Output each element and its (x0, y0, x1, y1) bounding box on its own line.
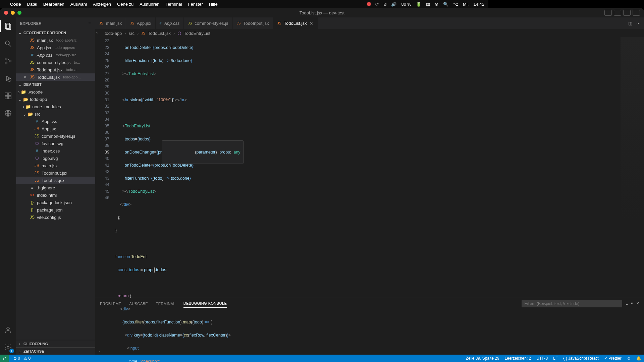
symbol-icon: ⬡ (177, 31, 181, 36)
tray-icon[interactable]: ▦ (426, 2, 430, 7)
file-item[interactable]: {}package.json (16, 206, 95, 214)
menu-help[interactable]: Hilfe (209, 2, 218, 7)
folder-vscode[interactable]: ›📁.vscode (16, 88, 95, 96)
breadcrumb-folder[interactable]: src (129, 31, 135, 36)
battery-icon[interactable]: 🔋 (416, 2, 421, 7)
folder-label: todo-app (30, 97, 47, 102)
file-name: TodoList.jsx (37, 75, 60, 80)
close-editor-icon[interactable]: ✕ (23, 75, 28, 79)
file-item[interactable]: ⬡favicon.svg (16, 140, 95, 147)
svg-rect-12 (8, 93, 11, 96)
sidebar-more-icon[interactable]: ⋯ (88, 21, 92, 25)
editor-area: JSmain.jsxJSApp.jsx#App.cssJScommon-styl… (95, 17, 488, 274)
activity-remote[interactable] (0, 106, 16, 121)
open-editors-header[interactable]: ⌄ GEÖFFNETE EDITOREN (16, 29, 95, 37)
control-center-icon[interactable]: ⌥ (453, 2, 458, 7)
tab-label: main.jsx (106, 21, 122, 26)
day[interactable]: Mi. (463, 2, 469, 7)
file-item[interactable]: #App.css (16, 118, 95, 125)
file-item[interactable]: {}package-lock.json (16, 199, 95, 206)
file-icon: # (34, 119, 40, 124)
open-editor-item[interactable]: #App.csstodo-app/src (16, 51, 95, 59)
open-editors-label: GEÖFFNETE EDITOREN (23, 31, 66, 35)
editor-tab[interactable]: JSmain.jsx (95, 17, 126, 29)
file-item[interactable]: JSTodoInput.jsx (16, 169, 95, 177)
close-tab-icon[interactable]: ✕ (309, 21, 313, 26)
open-editor-item[interactable]: JSApp.jsxtodo-app/src (16, 44, 95, 51)
breadcrumb-symbol[interactable]: TodoEntryList (184, 31, 210, 36)
window-close-button[interactable] (4, 11, 8, 15)
app-name[interactable]: Code (10, 2, 21, 7)
window-minimize-button[interactable] (11, 11, 15, 15)
search-icon[interactable]: 🔍 (443, 2, 448, 7)
project-header[interactable]: ⌄ DEV-TEST (16, 81, 95, 88)
code-editor[interactable]: 2223242526272829303132333435363738394041… (95, 37, 488, 274)
file-icon: <> (30, 193, 35, 197)
breadcrumb[interactable]: todo-app› src› JSTodoList.jsx› ⬡TodoEntr… (95, 29, 488, 37)
menu-selection[interactable]: Auswahl (70, 2, 87, 7)
file-item[interactable]: JSmain.jsx (16, 162, 95, 169)
editor-tab[interactable]: JSApp.jsx (126, 17, 155, 29)
sync-icon[interactable]: ⟳ (375, 2, 379, 7)
open-editor-item[interactable]: JSmain.jsxtodo-app/src (16, 37, 95, 44)
folder-nodemodules[interactable]: ›📁node_modules (16, 103, 95, 110)
svg-rect-9 (5, 93, 8, 96)
activity-debug[interactable] (0, 71, 16, 86)
editor-tab[interactable]: #App.css (156, 17, 184, 29)
activity-scm[interactable] (0, 54, 16, 68)
volume-icon[interactable]: 🔊 (391, 2, 396, 7)
activity-extensions[interactable] (0, 88, 16, 103)
window-zoom-button[interactable] (17, 11, 21, 15)
open-editor-item[interactable]: JSTodoInput.jsxtodo-a... (16, 66, 95, 73)
breadcrumb-toggle-icon[interactable]: › (95, 32, 100, 34)
file-icon: JS (277, 21, 281, 25)
file-item[interactable]: JSApp.jsx (16, 125, 95, 132)
editor-tab[interactable]: JSTodoList.jsx✕ (273, 17, 318, 29)
display-icon[interactable]: ⎚ (384, 2, 386, 7)
file-name: App.css (42, 119, 57, 124)
file-path: todo-a... (66, 68, 79, 72)
file-item[interactable]: ≡.hgignore (16, 184, 95, 191)
menu-edit[interactable]: Bearbeiten (43, 2, 64, 7)
file-item[interactable]: ⬡logo.svg (16, 155, 95, 162)
chevron-down-icon: ⌄ (23, 112, 26, 117)
folder-src[interactable]: ⌄📂src (16, 110, 95, 118)
menu-run[interactable]: Ausführen (140, 2, 159, 7)
editor-tab[interactable]: JSTodoInput.jsx (233, 17, 273, 29)
folder-todoapp[interactable]: ⌄📂todo-app (16, 96, 95, 103)
file-item[interactable]: JSvite.config.js (16, 214, 95, 221)
file-name: logo.svg (42, 156, 58, 161)
menu-window[interactable]: Fenster (188, 2, 203, 7)
activity-explorer[interactable] (0, 19, 16, 34)
file-name: TodoList.jsx (42, 178, 64, 183)
file-name: favicon.svg (42, 141, 63, 146)
breadcrumb-folder[interactable]: todo-app (105, 31, 122, 36)
file-item[interactable]: JScommon-styles.js (16, 132, 95, 140)
menu-terminal[interactable]: Terminal (166, 2, 182, 7)
open-editor-item[interactable]: JScommon-styles.jsto... (16, 59, 95, 66)
hover-tooltip: (parameter) props: any (162, 140, 244, 164)
open-editor-item[interactable]: ✕JSTodoList.jsxtodo-app... (16, 73, 95, 81)
file-item[interactable]: JSTodoList.jsx (16, 177, 95, 184)
file-icon: # (30, 53, 35, 57)
menu-view[interactable]: Anzeigen (93, 2, 111, 7)
wifi-icon[interactable]: ⊙ (435, 2, 438, 7)
file-icon: ⬡ (34, 156, 40, 161)
breadcrumb-file[interactable]: TodoList.jsx (148, 31, 171, 36)
tab-label: common-styles.js (195, 21, 228, 26)
menu-file[interactable]: Datei (27, 2, 37, 7)
file-item[interactable]: #index.css (16, 147, 95, 155)
file-icon: JS (30, 75, 35, 79)
file-item[interactable]: <>index.html (16, 191, 95, 199)
activity-search[interactable] (0, 36, 16, 51)
file-icon: JS (99, 21, 103, 25)
file-name: main.jsx (37, 38, 53, 43)
clock[interactable]: 14:42 (473, 2, 484, 7)
file-name: App.jsx (37, 45, 51, 50)
file-icon: JS (34, 163, 40, 168)
file-icon: JS (188, 21, 192, 25)
file-name: TodoInput.jsx (42, 171, 67, 176)
menu-goto[interactable]: Gehe zu (117, 2, 133, 7)
editor-tab[interactable]: JScommon-styles.js (184, 17, 232, 29)
recording-icon[interactable] (367, 2, 371, 6)
